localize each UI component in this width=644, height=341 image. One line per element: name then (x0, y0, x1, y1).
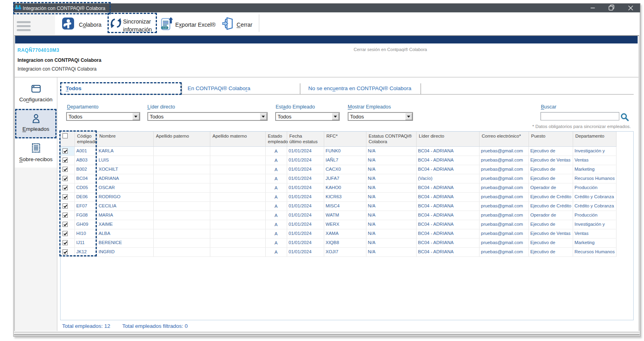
svg-text:XLSX: XLSX (162, 27, 167, 29)
